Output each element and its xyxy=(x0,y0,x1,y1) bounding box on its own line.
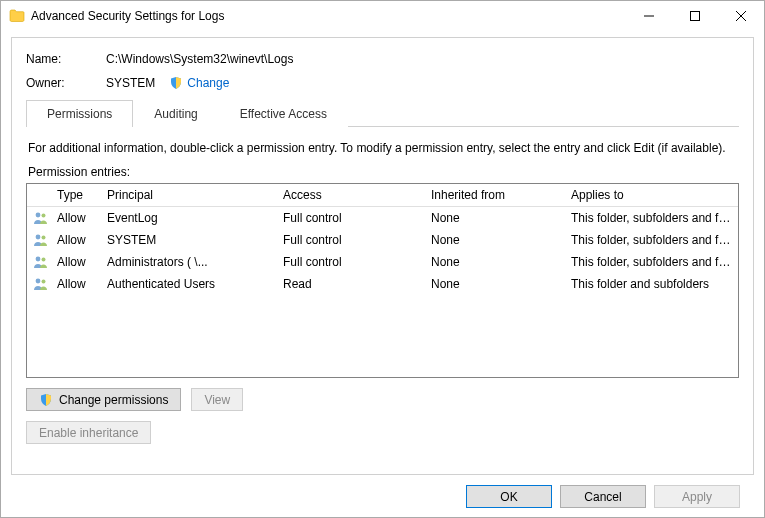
table-row[interactable]: AllowEventLogFull controlNoneThis folder… xyxy=(27,207,738,229)
cancel-button[interactable]: Cancel xyxy=(560,485,646,508)
view-button[interactable]: View xyxy=(191,388,243,411)
cell-principal: SYSTEM xyxy=(101,229,277,251)
svg-point-6 xyxy=(42,258,46,262)
cell-applies: This folder, subfolders and files xyxy=(565,207,738,229)
cell-type: Allow xyxy=(51,251,101,273)
col-principal[interactable]: Principal xyxy=(101,184,277,206)
cell-access: Full control xyxy=(277,207,425,229)
cell-principal: Administrators ( \... xyxy=(101,251,277,273)
svg-point-1 xyxy=(36,213,41,218)
cell-inherited: None xyxy=(425,207,565,229)
shield-icon xyxy=(39,393,53,407)
window-title: Advanced Security Settings for Logs xyxy=(31,9,626,23)
table-row[interactable]: AllowSYSTEMFull controlNoneThis folder, … xyxy=(27,229,738,251)
principal-icon xyxy=(27,229,51,251)
col-icon[interactable] xyxy=(27,184,51,206)
cell-type: Allow xyxy=(51,229,101,251)
name-label: Name: xyxy=(26,52,106,66)
col-inherited[interactable]: Inherited from xyxy=(425,184,565,206)
tab-label: Auditing xyxy=(154,107,197,121)
svg-point-4 xyxy=(42,236,46,240)
list-button-row: Change permissions View xyxy=(26,388,739,411)
cell-applies: This folder, subfolders and files xyxy=(565,251,738,273)
tab-effective-access[interactable]: Effective Access xyxy=(219,100,348,127)
row-name: Name: C:\Windows\System32\winevt\Logs xyxy=(26,52,739,66)
close-button[interactable] xyxy=(718,1,764,31)
cell-access: Read xyxy=(277,273,425,295)
button-label: OK xyxy=(500,490,517,504)
info-text: For additional information, double-click… xyxy=(28,141,737,155)
titlebar: Advanced Security Settings for Logs xyxy=(1,1,764,31)
owner-value: SYSTEM xyxy=(106,76,155,90)
owner-change-link[interactable]: Change xyxy=(169,76,229,90)
svg-point-2 xyxy=(42,214,46,218)
list-header: Type Principal Access Inherited from App… xyxy=(27,184,738,207)
name-value: C:\Windows\System32\winevt\Logs xyxy=(106,52,293,66)
permission-list[interactable]: Type Principal Access Inherited from App… xyxy=(26,183,739,378)
cell-access: Full control xyxy=(277,251,425,273)
table-row[interactable]: AllowAuthenticated UsersReadNoneThis fol… xyxy=(27,273,738,295)
tab-auditing[interactable]: Auditing xyxy=(133,100,218,127)
svg-point-3 xyxy=(36,235,41,240)
col-applies[interactable]: Applies to xyxy=(565,184,738,206)
tab-label: Effective Access xyxy=(240,107,327,121)
button-label: View xyxy=(204,393,230,407)
principal-icon xyxy=(27,207,51,229)
col-type[interactable]: Type xyxy=(51,184,101,206)
svg-rect-0 xyxy=(691,12,700,21)
cell-inherited: None xyxy=(425,273,565,295)
svg-point-7 xyxy=(36,279,41,284)
cell-principal: EventLog xyxy=(101,207,277,229)
tabs: Permissions Auditing Effective Access xyxy=(26,100,739,127)
owner-label: Owner: xyxy=(26,76,106,90)
inheritance-row: Enable inheritance xyxy=(26,421,739,444)
owner-change-label: Change xyxy=(187,76,229,90)
svg-point-5 xyxy=(36,257,41,262)
change-permissions-button[interactable]: Change permissions xyxy=(26,388,181,411)
cell-inherited: None xyxy=(425,229,565,251)
cell-inherited: None xyxy=(425,251,565,273)
cell-applies: This folder and subfolders xyxy=(565,273,738,295)
cell-type: Allow xyxy=(51,273,101,295)
button-label: Cancel xyxy=(584,490,621,504)
principal-icon xyxy=(27,273,51,295)
button-label: Enable inheritance xyxy=(39,426,138,440)
ok-button[interactable]: OK xyxy=(466,485,552,508)
main-panel: Name: C:\Windows\System32\winevt\Logs Ow… xyxy=(11,37,754,475)
apply-button[interactable]: Apply xyxy=(654,485,740,508)
table-row[interactable]: AllowAdministrators ( \...Full controlNo… xyxy=(27,251,738,273)
row-owner: Owner: SYSTEM Change xyxy=(26,76,739,90)
enable-inheritance-button[interactable]: Enable inheritance xyxy=(26,421,151,444)
entries-label: Permission entries: xyxy=(28,165,737,179)
footer-buttons: OK Cancel Apply xyxy=(11,475,754,508)
cell-applies: This folder, subfolders and files xyxy=(565,229,738,251)
cell-access: Full control xyxy=(277,229,425,251)
button-label: Apply xyxy=(682,490,712,504)
window-controls xyxy=(626,1,764,31)
cell-type: Allow xyxy=(51,207,101,229)
button-label: Change permissions xyxy=(59,393,168,407)
maximize-button[interactable] xyxy=(672,1,718,31)
cell-principal: Authenticated Users xyxy=(101,273,277,295)
folder-icon xyxy=(9,8,25,24)
col-access[interactable]: Access xyxy=(277,184,425,206)
tab-permissions[interactable]: Permissions xyxy=(26,100,133,127)
svg-point-8 xyxy=(42,280,46,284)
client-area: Name: C:\Windows\System32\winevt\Logs Ow… xyxy=(1,31,764,516)
principal-icon xyxy=(27,251,51,273)
tab-label: Permissions xyxy=(47,107,112,121)
minimize-button[interactable] xyxy=(626,1,672,31)
shield-icon xyxy=(169,76,183,90)
